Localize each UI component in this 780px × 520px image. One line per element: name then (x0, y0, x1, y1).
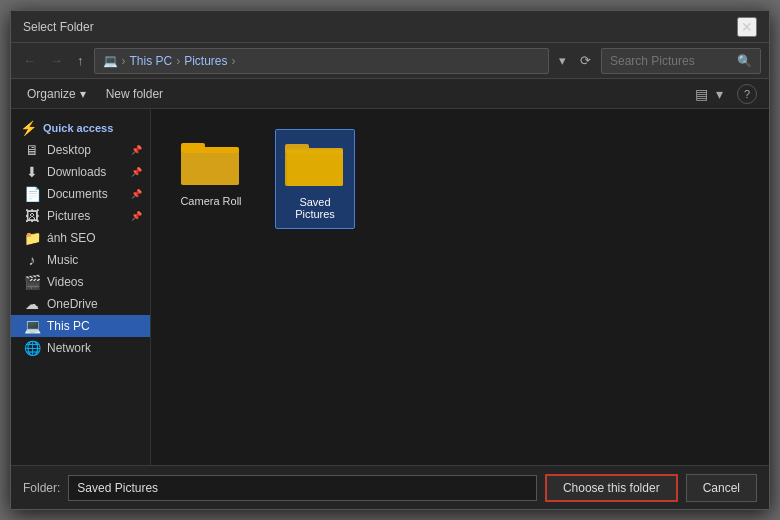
quick-access-icon: ⚡ (19, 120, 37, 136)
anh-seo-label: ánh SEO (47, 231, 96, 245)
search-input[interactable] (610, 54, 733, 68)
downloads-icon: ⬇ (23, 164, 41, 180)
view-buttons: ▤ ▾ (693, 84, 725, 104)
sidebar-item-downloads[interactable]: ⬇ Downloads 📌 (11, 161, 150, 183)
folder-area: Camera Roll Saved Pictures (151, 109, 769, 465)
organize-label: Organize (27, 87, 76, 101)
folder-camera-roll[interactable]: Camera Roll (171, 129, 251, 215)
view-icon-button[interactable]: ▤ (693, 84, 710, 104)
cancel-button[interactable]: Cancel (686, 474, 757, 502)
sidebar-item-desktop[interactable]: 🖥 Desktop 📌 (11, 139, 150, 161)
up-button[interactable]: ↑ (73, 51, 88, 70)
sidebar-item-anh-seo[interactable]: 📁 ánh SEO (11, 227, 150, 249)
folder-name-input[interactable] (68, 475, 537, 501)
quick-access-label: Quick access (43, 122, 113, 134)
music-label: Music (47, 253, 78, 267)
this-pc-icon: 💻 (23, 318, 41, 334)
organize-dropdown-icon: ▾ (80, 87, 86, 101)
new-folder-label: New folder (106, 87, 163, 101)
onedrive-icon: ☁ (23, 296, 41, 312)
pin-icon-dl: 📌 (131, 167, 142, 177)
desktop-label: Desktop (47, 143, 91, 157)
sidebar-item-music[interactable]: ♪ Music (11, 249, 150, 271)
forward-button[interactable]: → (46, 51, 67, 70)
new-folder-button[interactable]: New folder (102, 85, 167, 103)
title-bar: Select Folder ✕ (11, 11, 769, 43)
desktop-icon: 🖥 (23, 142, 41, 158)
sidebar-item-network[interactable]: 🌐 Network (11, 337, 150, 359)
camera-roll-folder-icon (181, 137, 241, 189)
svg-rect-2 (181, 143, 205, 151)
sidebar-item-this-pc[interactable]: 💻 This PC (11, 315, 150, 337)
sidebar-item-onedrive[interactable]: ☁ OneDrive (11, 293, 150, 315)
help-button[interactable]: ? (737, 84, 757, 104)
pin-icon-pic: 📌 (131, 211, 142, 221)
path-this-pc: This PC (130, 54, 173, 68)
main-content: ⚡ Quick access 🖥 Desktop 📌 ⬇ Downloads 📌… (11, 109, 769, 465)
camera-roll-label: Camera Roll (180, 195, 241, 207)
search-icon: 🔍 (737, 54, 752, 68)
organize-button[interactable]: Organize ▾ (23, 85, 90, 103)
documents-label: Documents (47, 187, 108, 201)
sidebar: ⚡ Quick access 🖥 Desktop 📌 ⬇ Downloads 📌… (11, 109, 151, 465)
pictures-label: Pictures (47, 209, 90, 223)
anh-seo-icon: 📁 (23, 230, 41, 246)
view-grid-icon: ▤ (695, 86, 708, 102)
pc-icon: 💻 (103, 54, 118, 68)
bottom-buttons: Choose this folder Cancel (545, 474, 757, 502)
documents-icon: 📄 (23, 186, 41, 202)
view-dropdown-icon: ▾ (716, 86, 723, 102)
network-icon: 🌐 (23, 340, 41, 356)
pin-icon: 📌 (131, 145, 142, 155)
dropdown-button[interactable]: ▾ (555, 51, 570, 70)
back-button[interactable]: ← (19, 51, 40, 70)
videos-icon: 🎬 (23, 274, 41, 290)
onedrive-label: OneDrive (47, 297, 98, 311)
svg-rect-3 (181, 153, 239, 185)
svg-rect-9 (285, 148, 343, 186)
refresh-button[interactable]: ⟳ (576, 51, 595, 70)
choose-folder-button[interactable]: Choose this folder (545, 474, 678, 502)
close-button[interactable]: ✕ (737, 17, 757, 37)
bottom-bar: Folder: Choose this folder Cancel (11, 465, 769, 509)
saved-pictures-label: Saved Pictures (284, 196, 346, 220)
pin-icon-doc: 📌 (131, 189, 142, 199)
saved-pictures-folder-icon (285, 138, 345, 190)
address-path[interactable]: 💻 › This PC › Pictures › (94, 48, 550, 74)
downloads-label: Downloads (47, 165, 106, 179)
select-folder-dialog: Select Folder ✕ ← → ↑ 💻 › This PC › Pict… (10, 10, 770, 510)
sidebar-item-documents[interactable]: 📄 Documents 📌 (11, 183, 150, 205)
path-pictures: Pictures (184, 54, 227, 68)
videos-label: Videos (47, 275, 83, 289)
sidebar-item-quick-access[interactable]: ⚡ Quick access (11, 117, 150, 139)
address-bar: ← → ↑ 💻 › This PC › Pictures › ▾ ⟳ 🔍 (11, 43, 769, 79)
dialog-title: Select Folder (23, 20, 94, 34)
toolbar: Organize ▾ New folder ▤ ▾ ? (11, 79, 769, 109)
network-label: Network (47, 341, 91, 355)
pictures-icon: 🖼 (23, 208, 41, 224)
sidebar-item-pictures[interactable]: 🖼 Pictures 📌 (11, 205, 150, 227)
folder-field-label: Folder: (23, 481, 60, 495)
folder-saved-pictures[interactable]: Saved Pictures (275, 129, 355, 229)
view-dropdown-button[interactable]: ▾ (714, 84, 725, 104)
this-pc-label: This PC (47, 319, 90, 333)
music-icon: ♪ (23, 252, 41, 268)
search-box[interactable]: 🔍 (601, 48, 761, 74)
sidebar-item-videos[interactable]: 🎬 Videos (11, 271, 150, 293)
